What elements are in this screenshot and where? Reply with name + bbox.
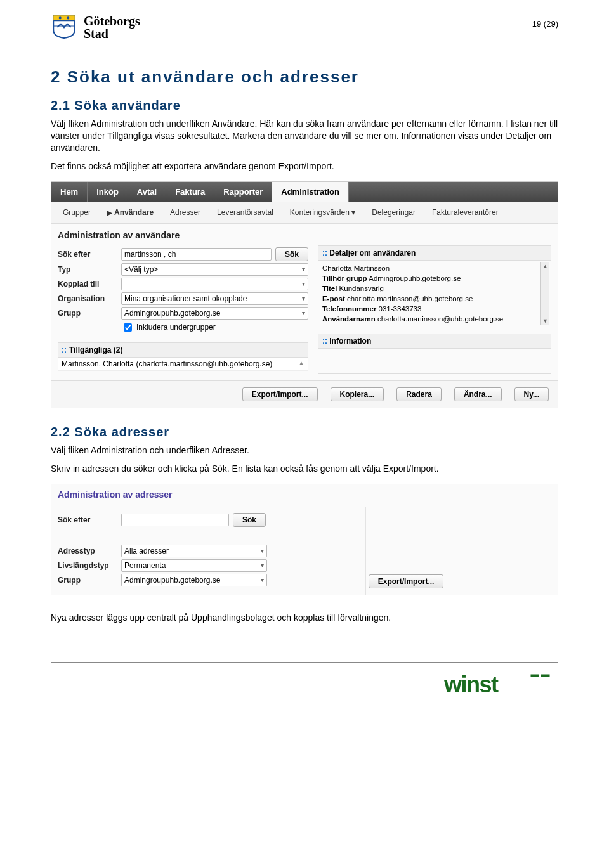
- action-button-row: Export/Import... Kopiera... Radera Ändra…: [51, 380, 558, 408]
- scroll-up-icon: ▲: [296, 360, 304, 368]
- subsection-2-1-heading: 2.1 Söka användare: [51, 98, 558, 113]
- svg-rect-4: [541, 674, 550, 677]
- sub2-paragraph-2: Skriv in adressen du söker och klicka på…: [51, 463, 558, 475]
- new-button[interactable]: Ny...: [514, 387, 549, 401]
- tab-hem[interactable]: Hem: [51, 182, 88, 202]
- chevron-down-icon: ▾: [299, 295, 305, 302]
- label-organisation: Organisation: [58, 294, 121, 303]
- sub-nav: Grupper ▶Användare Adresser Leverantörsa…: [51, 202, 558, 224]
- sub2-paragraph-1: Välj fliken Administration och underflik…: [51, 444, 558, 457]
- active-marker-icon: ▶: [107, 209, 112, 216]
- chevron-down-icon: ▾: [299, 280, 305, 287]
- page-footer: winst: [51, 662, 558, 703]
- label-adresstyp: Adresstyp: [58, 547, 121, 555]
- details-header: :: Detaljer om användaren: [318, 245, 551, 261]
- tab-avtal[interactable]: Avtal: [128, 182, 166, 202]
- brand-block: Göteborgs Stad: [51, 13, 140, 42]
- combo-organisation[interactable]: Mina organisationer samt okopplade▾: [121, 292, 308, 305]
- list-item[interactable]: Martinsson, Charlotta (charlotta.martins…: [58, 358, 308, 371]
- subtab-grupper[interactable]: Grupper: [55, 204, 98, 221]
- tab-faktura[interactable]: Faktura: [166, 182, 214, 202]
- sub1-paragraph-1: Välj fliken Administration och underflik…: [51, 118, 558, 154]
- combo-adresstyp[interactable]: Alla adresser▾: [121, 545, 267, 557]
- delete-button[interactable]: Radera: [396, 387, 442, 401]
- brand-shield-icon: [51, 13, 77, 42]
- chevron-down-icon: ▾: [299, 266, 305, 273]
- search-button-2[interactable]: Sök: [233, 513, 266, 527]
- combo-kopplad[interactable]: ▾: [121, 278, 308, 290]
- export-import-button-2[interactable]: Export/Import...: [369, 574, 444, 588]
- label-kopplad: Kopplad till: [58, 280, 121, 288]
- label-grupp-2: Grupp: [58, 576, 121, 585]
- subtab-delegeringar[interactable]: Delegeringar: [364, 204, 423, 221]
- chevron-down-icon: ▾: [258, 547, 264, 554]
- subtab-adresser[interactable]: Adresser: [162, 204, 208, 221]
- combo-grupp-2[interactable]: Admingroupuhb.goteborg.se▾: [121, 574, 267, 586]
- brand-text: Göteborgs Stad: [84, 15, 140, 40]
- available-list-header: ::Tillgängliga (2): [58, 342, 308, 358]
- page-number: 19 (29): [532, 19, 558, 29]
- combo-grupp[interactable]: Admingroupuhb.goteborg.se▾: [121, 307, 308, 320]
- subtab-anvandare[interactable]: ▶Användare: [100, 204, 161, 221]
- chevron-down-icon: ▾: [258, 576, 264, 583]
- panel-title-user-admin: Administration av användare: [51, 224, 558, 242]
- checkbox-include-subgroups[interactable]: [124, 323, 132, 332]
- info-header: :: Information: [318, 334, 551, 349]
- panel-title-address-admin: Administration av adresser: [51, 484, 558, 507]
- info-body: [318, 349, 551, 374]
- input-sok-efter[interactable]: [121, 248, 272, 261]
- export-import-button[interactable]: Export/Import...: [242, 387, 318, 401]
- label-typ: Typ: [58, 265, 121, 274]
- tab-administration[interactable]: Administration: [272, 182, 349, 202]
- screenshot-user-admin: Hem Inköp Avtal Faktura Rapporter Admini…: [51, 181, 558, 409]
- details-body: Charlotta Martinsson Tillhör grupp Admin…: [318, 261, 551, 328]
- sub1-paragraph-2: Det finns också möjlighet att exportera …: [51, 160, 558, 172]
- label-sok-efter-2: Sök efter: [58, 515, 121, 524]
- label-include-subgroups: Inkludera undergrupper: [136, 323, 216, 332]
- section-heading: 2 Söka ut användare och adresser: [51, 67, 558, 87]
- subtab-fakturaleverantorer[interactable]: Fakturaleverantörer: [424, 204, 506, 221]
- svg-point-0: [59, 16, 62, 19]
- subsection-2-2-heading: 2.2 Söka adresser: [51, 425, 558, 439]
- combo-livslangdstyp[interactable]: Permanenta▾: [121, 559, 267, 572]
- tab-inkop[interactable]: Inköp: [88, 182, 128, 202]
- combo-typ[interactable]: <Välj typ>▾: [121, 263, 308, 276]
- svg-rect-3: [531, 674, 540, 677]
- tab-rapporter[interactable]: Rapporter: [214, 182, 272, 202]
- label-livslangdstyp: Livslängdstyp: [58, 561, 121, 570]
- subtab-leverantorsavtal[interactable]: Leverantörsavtal: [209, 204, 281, 221]
- sub2-paragraph-3: Nya adresser läggs upp centralt på Uppha…: [51, 612, 558, 624]
- search-button[interactable]: Sök: [275, 247, 308, 261]
- chevron-down-icon: ▾: [258, 562, 264, 569]
- scrollbar[interactable]: [540, 262, 549, 326]
- subtab-konteringsvarden[interactable]: Konteringsvärden ▾: [282, 204, 363, 221]
- chevron-down-icon: ▾: [299, 309, 305, 316]
- svg-text:winst: winst: [444, 671, 499, 697]
- main-nav: Hem Inköp Avtal Faktura Rapporter Admini…: [51, 182, 558, 202]
- screenshot-address-admin: Administration av adresser Sök efter Sök…: [51, 484, 558, 595]
- input-sok-efter-2[interactable]: [121, 514, 229, 526]
- label-grupp: Grupp: [58, 309, 121, 318]
- svg-point-1: [67, 16, 69, 19]
- detail-name: Charlotta Martinsson: [322, 263, 547, 273]
- winst-logo: winst: [444, 669, 558, 703]
- label-sok-efter: Sök efter: [58, 250, 121, 259]
- copy-button[interactable]: Kopiera...: [331, 387, 384, 401]
- edit-button[interactable]: Ändra...: [454, 387, 502, 401]
